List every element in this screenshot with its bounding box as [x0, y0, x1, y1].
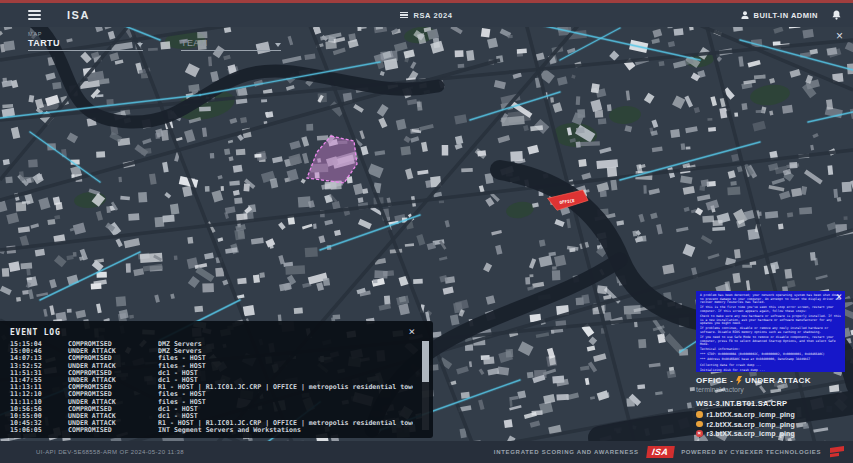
build-version: UI-API DEV-5E68558-ARM OF 2024-05-20 11:…: [36, 449, 184, 455]
attack-bolt-icon: [736, 376, 742, 385]
event-log-scrollbar[interactable]: [422, 341, 429, 430]
bsod-line: Technical information:: [700, 348, 841, 352]
event-message: files - HOST: [158, 363, 413, 370]
isa-logo: ISA: [646, 446, 674, 458]
ping-warning-icon: [696, 411, 703, 418]
bsod-text: A problem has been detected; your networ…: [700, 294, 841, 372]
isa-dashboard: OFFICE ISA RSA 2024 BUILT-IN ADMIN: [0, 0, 853, 463]
event-message: files - HOST: [158, 399, 413, 406]
ping-checks: r1.btXX.sa.crp_icmp_pingr2.btXX.sa.crp_i…: [696, 411, 848, 437]
user-menu[interactable]: BUILT-IN ADMIN: [741, 11, 819, 20]
bsod-panel: A problem has been detected; your networ…: [696, 291, 845, 372]
bsod-line: If you need to use Safe Mode to remove o…: [700, 336, 841, 347]
scrollbar-thumb[interactable]: [422, 341, 429, 382]
bsod-line: If this is the first time you've seen th…: [700, 306, 841, 313]
event-message: DMZ Servers: [158, 348, 413, 355]
user-icon: [741, 11, 749, 19]
team-select[interactable]: TEAM: [181, 31, 281, 51]
target-info-panel: OFFICE - UNDER ATTACK terminal factory W…: [696, 376, 848, 437]
target-status: UNDER ATTACK: [745, 376, 811, 385]
target-sublabel: terminal factory: [696, 386, 848, 393]
bsod-line: Collecting data for crash dump ...: [700, 364, 841, 368]
event-message: files - HOST: [158, 391, 413, 398]
ping-name: r3.btXX.sa.crp_icmp_ping: [707, 430, 795, 437]
event-message: R1 - HOST | R1.IC01.JC.CRP | OFFICE | me…: [158, 420, 413, 427]
bsod-line: *** STOP: 0x0000000A (0x0000002C, 0x0000…: [700, 353, 841, 357]
ping-row[interactable]: r2.btXX.sa.crp_icmp_ping: [696, 421, 848, 428]
bsod-line: *** Address 0x80466A0C base at 0x8040000…: [700, 358, 841, 362]
event-log-row[interactable]: 15:06:05COMPROMISEDINT Segment Servers a…: [10, 427, 413, 434]
bsod-line: Initializing disk for crash dump ...: [700, 369, 841, 372]
event-message: dc1 - HOST: [158, 406, 413, 413]
chevron-down-icon: [275, 43, 281, 47]
exercise-name[interactable]: RSA 2024: [413, 11, 452, 20]
team-select-placeholder: TEAM: [181, 38, 208, 48]
ping-warning-icon: [696, 421, 703, 428]
event-log-panel: EVENT LOG 15:15:04COMPROMISEDDMZ Servers…: [0, 321, 433, 438]
event-message: DMZ Servers: [158, 341, 413, 348]
bsod-line: Check to make sure any new hardware or s…: [700, 315, 841, 326]
event-log-title: EVENT LOG: [10, 328, 413, 337]
powered-by: POWERED BY CYBEXER TECHNOLOGIES: [681, 449, 821, 455]
bsod-line: A problem has been detected; your networ…: [700, 294, 841, 305]
event-log-rows: 15:15:04COMPROMISEDDMZ Servers15:00:46UN…: [10, 341, 413, 435]
event-status: COMPROMISED: [68, 427, 158, 434]
event-message: dc1 - HOST: [158, 377, 413, 384]
event-message: dc1 - HOST: [158, 370, 413, 377]
cybexer-logo-icon: [829, 446, 845, 458]
user-name: BUILT-IN ADMIN: [754, 11, 819, 20]
event-message: dc1 - HOST: [158, 413, 413, 420]
event-message: INT Segment Servers and Workstations: [158, 427, 413, 434]
separator: -: [730, 376, 733, 385]
bsod-line: If problems continue, disable or remove …: [700, 327, 841, 334]
exercise-icon: [400, 12, 408, 18]
event-log-close-icon[interactable]: ×: [408, 325, 415, 338]
map-close-icon[interactable]: ×: [836, 31, 843, 41]
bottom-bar: UI-API DEV-5E68558-ARM OF 2024-05-20 11:…: [0, 441, 853, 463]
map-select[interactable]: MAP TARTU: [28, 31, 143, 51]
map-select-value: TARTU: [28, 38, 60, 48]
target-location: OFFICE: [696, 376, 727, 385]
ping-name: r2.btXX.sa.crp_icmp_ping: [707, 421, 795, 428]
event-time: 15:06:05: [10, 427, 68, 434]
map-controls: MAP TARTU TEAM: [28, 31, 281, 51]
bsod-close-icon[interactable]: ×: [836, 291, 842, 302]
notifications-bell-icon[interactable]: [832, 10, 841, 20]
ping-row[interactable]: r3.btXX.sa.crp_icmp_ping: [696, 430, 848, 437]
event-message: files - HOST: [158, 355, 413, 362]
event-message: R1 - HOST | R1.IC01.JC.CRP | OFFICE | me…: [158, 384, 413, 391]
map-select-label: MAP: [28, 31, 143, 37]
ping-name: r1.btXX.sa.crp_icmp_ping: [707, 411, 795, 418]
chevron-down-icon: [137, 43, 143, 47]
ping-failed-icon: [696, 430, 703, 437]
product-name: INTEGRATED SCORING AND AWARENESS: [494, 449, 639, 455]
target-host[interactable]: WS1-3.INT.BT01.SA.CRP: [696, 399, 848, 408]
top-bar: ISA RSA 2024 BUILT-IN ADMIN: [0, 0, 853, 27]
ping-row[interactable]: r1.btXX.sa.crp_icmp_ping: [696, 411, 848, 418]
